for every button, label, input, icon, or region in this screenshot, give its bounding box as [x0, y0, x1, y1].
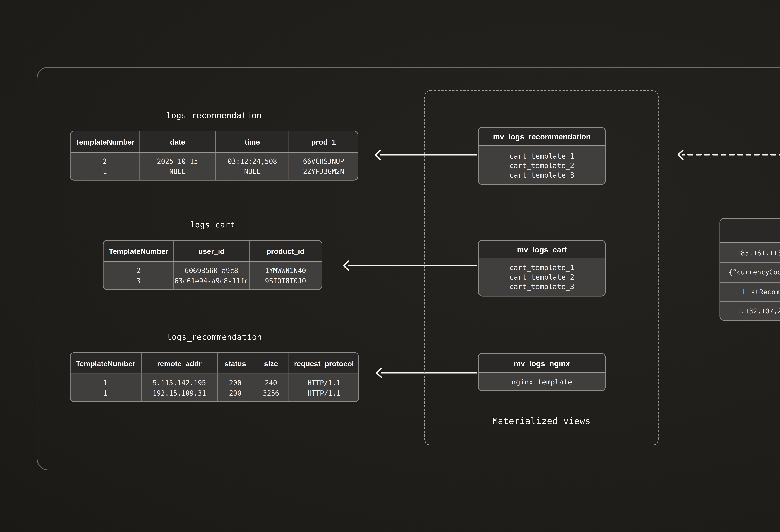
- column-header: user_id: [174, 241, 249, 261]
- table-body: 2 3 60693560-a9c8 63c61e94-a9c8-11fc 1YM…: [104, 262, 322, 289]
- view-item: cart_template_3: [509, 282, 574, 291]
- cell: 66VCHSJNUP: [303, 156, 344, 166]
- cell: 192.15.109.31: [153, 388, 206, 398]
- table-logs-recommendation-bottom: TemplateNumber remote_addr status size r…: [70, 352, 359, 402]
- cell: 1: [103, 388, 107, 398]
- view-box-mv-logs-nginx: mv_logs_nginx nginx_template: [478, 353, 606, 391]
- table-title: logs_cart: [103, 220, 322, 230]
- table-row: 185.161.113.50 - - [2019-02-04 23:40:49]…: [720, 243, 780, 262]
- table-title: logs_recommendation: [70, 111, 358, 121]
- table-body: 1 1 5.115.142.195 192.15.109.31 200 200 …: [70, 374, 358, 401]
- table-header-row: TemplateNumber date time prod_1: [70, 131, 357, 153]
- cell: HTTP/1.1: [307, 378, 340, 388]
- table-logs-recommendation-top: TemplateNumber date time prod_1 2 1 2025…: [70, 131, 358, 180]
- cell: 63c61e94-a9c8-11fc: [175, 275, 248, 285]
- cell: HTTP/1.1: [307, 388, 340, 398]
- view-items: cart_template_1 cart_template_2 cart_tem…: [479, 258, 605, 296]
- table-column-values: 5.115.142.195 192.15.109.31: [141, 374, 218, 401]
- column-header: remote_addr: [141, 353, 218, 374]
- table-block-logs-recommendation-bottom: logs_recommendation TemplateNumber remot…: [70, 332, 359, 402]
- table-title: logs_recommendation: [70, 332, 359, 343]
- view-title: mv_logs_recommendation: [479, 128, 605, 146]
- view-items: cart_template_1 cart_template_2 cart_tem…: [479, 146, 605, 184]
- cell: 1: [103, 378, 107, 388]
- table-block-raw-logs: Body ServiceName 185.161.113.50 - - [201…: [720, 218, 780, 321]
- column-header: TemplateNumber: [70, 353, 141, 374]
- table-column-values: 2 1: [70, 153, 140, 180]
- view-box-mv-logs-cart: mv_logs_cart cart_template_1 cart_templa…: [478, 240, 606, 297]
- table-row: {“currencyCode “:””,”level”:”info”,”mess…: [720, 262, 780, 281]
- table-row: 1.132,107,223 - - [2019-01-25 22:56:26] …: [720, 301, 780, 320]
- cell: 3: [137, 275, 141, 285]
- table-row: ListRecommendations for product ids:[‘YM…: [720, 281, 780, 301]
- column-header: date: [140, 131, 216, 152]
- cell-body: ListRecommendations for product ids:[‘YM…: [720, 282, 780, 301]
- column-header: TemplateNumber: [70, 131, 140, 152]
- cell: 03:12:24,508: [228, 156, 277, 166]
- cell: NULL: [244, 166, 260, 176]
- view-item: cart_template_2: [509, 160, 574, 170]
- column-header: size: [253, 353, 290, 374]
- column-header: prod_1: [290, 131, 357, 152]
- cell: 1YMWWN1N40: [265, 266, 306, 276]
- table-column-values: 2 3: [104, 262, 175, 289]
- table-header-row: Body ServiceName: [720, 219, 780, 243]
- view-items: nginx_template: [479, 373, 605, 390]
- cell: 200: [229, 378, 241, 388]
- cell: 5.115.142.195: [153, 378, 206, 388]
- view-item: cart_template_1: [509, 151, 574, 160]
- view-box-mv-logs-recommendation: mv_logs_recommendation cart_template_1 c…: [478, 127, 606, 185]
- view-title: mv_logs_nginx: [479, 354, 605, 373]
- column-header: TemplateNumber: [104, 241, 175, 261]
- table-column-values: 2025-10-15 NULL: [140, 153, 216, 180]
- table-block-logs-recommendation-top: logs_recommendation TemplateNumber date …: [70, 111, 358, 180]
- cell: 2: [103, 156, 107, 166]
- column-header: Body: [720, 219, 780, 242]
- table-logs-cart: TemplateNumber user_id product_id 2 3 60…: [103, 240, 322, 290]
- cell: 2: [137, 266, 141, 276]
- cell: 2ZYFJ3GM2N: [303, 166, 344, 176]
- cell: 3256: [263, 388, 279, 398]
- table-body: 2 1 2025-10-15 NULL 03:12:24,508 NULL 66…: [70, 153, 357, 180]
- table-column-values: 200 200: [218, 374, 253, 401]
- view-item: nginx_template: [511, 377, 572, 386]
- view-item: cart_template_1: [509, 263, 574, 272]
- cell: NULL: [169, 166, 186, 176]
- column-header: status: [218, 353, 253, 374]
- column-header: request_protocol: [290, 353, 358, 374]
- cell: 60693560-a9c8: [185, 266, 238, 276]
- cell: 1: [103, 166, 107, 176]
- table-column-values: 240 3256: [253, 374, 290, 401]
- cell-body: {“currencyCode “:””,”level”:”info”,”mess…: [720, 263, 780, 281]
- table-column-values: 60693560-a9c8 63c61e94-a9c8-11fc: [174, 262, 249, 289]
- table-column-values: 03:12:24,508 NULL: [216, 153, 290, 180]
- table-header-row: TemplateNumber user_id product_id: [104, 241, 322, 262]
- cell: 200: [229, 388, 241, 398]
- view-item: cart_template_3: [509, 170, 574, 179]
- table-column-values: 66VCHSJNUP 2ZYFJ3GM2N: [290, 153, 357, 180]
- materialized-views-caption: Materialized views: [424, 416, 659, 426]
- column-header: time: [216, 131, 290, 152]
- view-title: mv_logs_cart: [479, 241, 605, 258]
- view-item: cart_template_2: [509, 272, 574, 282]
- cell: 9SIQT8T0J0: [265, 275, 306, 285]
- table-column-values: 1YMWWN1N40 9SIQT8T0J0: [249, 262, 322, 289]
- table-raw-logs: Body ServiceName 185.161.113.50 - - [201…: [720, 218, 780, 321]
- cell: 2025-10-15: [157, 156, 198, 166]
- table-column-values: 1 1: [70, 374, 141, 401]
- diagram-canvas: Logs logs_recommendation TemplateNumber: [0, 0, 780, 532]
- table-body: 185.161.113.50 - - [2019-02-04 23:40:49]…: [720, 243, 780, 320]
- cell: 240: [265, 378, 277, 388]
- cell-body: 185.161.113.50 - - [2019-02-04 23:40:49]…: [720, 243, 780, 262]
- table-column-values: HTTP/1.1 HTTP/1.1: [290, 374, 358, 401]
- table-block-logs-cart: logs_cart TemplateNumber user_id product…: [103, 220, 322, 290]
- cell-body: 1.132,107,223 - - [2019-01-25 22:56:26] …: [720, 302, 780, 320]
- table-header-row: TemplateNumber remote_addr status size r…: [70, 353, 358, 374]
- column-header: product_id: [249, 241, 322, 261]
